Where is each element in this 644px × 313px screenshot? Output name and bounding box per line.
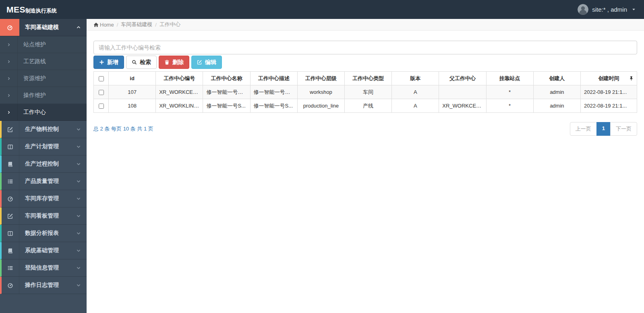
breadcrumb-workshop-modeling[interactable]: 车间基础建模 [121,21,152,28]
sidebar-item-data-reports[interactable]: 数据分析报表 [0,225,87,242]
sidebar-subitem-work-center[interactable]: 工作中心 [0,104,87,121]
column-header-creator: 创建人 [533,72,580,85]
sidebar-subitem-process-route[interactable]: 工艺路线 [0,53,87,70]
plus-icon [99,60,104,65]
search-button-label: 检索 [140,59,151,66]
column-header-parent: 父工作中心 [439,72,486,85]
sidebar-item-login-info-management[interactable]: 登陆信息管理 [0,259,87,277]
sidebar-subitem-label: 工艺路线 [18,58,46,65]
row-checkbox[interactable] [99,90,104,95]
search-input[interactable] [93,41,637,54]
work-center-table: id 工作中心编号 工作中心名称 工作中心描述 工作中心层级 工作中心类型 版本… [93,71,637,113]
sidebar-item-material-control[interactable]: 生产物料控制 [0,121,87,138]
sidebar-item-label: 操作日志管理 [19,282,76,289]
sidebar-item-process-control[interactable]: 生产过程控制 [0,155,87,173]
cell-creator: admin [533,99,580,113]
chevron-right-icon [0,53,18,70]
brand-suffix: 制造执行系统 [25,7,57,15]
cell-create-time: 2022-08-19 21:1... [581,99,637,113]
chevron-right-icon [0,87,18,104]
sidebar-item-label: 登陆信息管理 [19,264,76,272]
current-page-button[interactable]: 1 [596,122,611,136]
sidebar-item-label: 车间基础建模 [19,24,76,31]
cell-level: workshop [297,85,344,99]
chevron-down-icon [76,248,81,253]
column-header-version: 版本 [392,72,439,85]
cell-version: A [392,85,439,99]
cell-name: 修一智能一号S... [203,99,250,113]
cell-code: XR_WORKLINE... [156,99,203,113]
sidebar-item-plan-management[interactable]: 生产计划管理 [0,138,87,155]
breadcrumb-home[interactable]: Home [100,22,114,28]
book-icon [2,242,19,259]
breadcrumb-separator: / [155,22,157,28]
cell-description: 修一智能一号S... [250,99,297,113]
delete-button-label: 删除 [172,59,184,66]
edit-button[interactable]: 编辑 [191,56,222,69]
sidebar-item-label: 车间看板管理 [19,212,76,220]
row-checkbox[interactable] [99,104,104,109]
sidebar-subitem-site-maintenance[interactable]: 站点维护 [0,36,87,53]
add-button[interactable]: 新增 [93,56,124,69]
sidebar-item-label: 产品质量管理 [19,178,76,185]
book-icon [2,155,19,172]
search-button[interactable]: 检索 [126,56,157,69]
next-page-button[interactable]: 下一页 [610,122,637,136]
chevron-down-icon [76,283,81,288]
caret-down-icon [632,7,636,12]
prev-page-button[interactable]: 上一页 [570,122,597,136]
chevron-down-icon [76,162,81,166]
breadcrumb-separator: / [117,22,118,28]
column-header-description: 工作中心描述 [250,72,297,85]
pencil-square-icon [2,121,19,138]
app-logo[interactable]: MES 制造执行系统 [6,5,57,15]
cell-description: 修一智能一号车间 [250,85,297,99]
column-header-id: id [109,72,156,85]
delete-button[interactable]: 删除 [159,56,189,69]
sidebar-item-label: 数据分析报表 [19,230,76,237]
sidebar-item-label: 生产物料控制 [19,126,76,133]
gauge-icon [2,190,19,207]
pagination: 上一页 1 下一页 [570,122,637,136]
sidebar-item-inventory-management[interactable]: 车间库存管理 [0,190,87,207]
sidebar-subitem-label: 操作维护 [18,92,46,99]
chevron-right-icon [0,36,18,53]
list-icon [2,259,19,276]
chevron-down-icon [76,231,81,236]
trash-icon [164,60,170,65]
chevron-right-icon [0,70,18,87]
brand-mes: MES [6,5,25,15]
sidebar-item-kanban-management[interactable]: 车间看板管理 [0,207,87,225]
column-header-create-time-label: 创建时间 [598,75,619,81]
sidebar-item-label: 车间库存管理 [19,195,76,202]
user-avatar [578,4,588,15]
column-header-level: 工作中心层级 [297,72,344,85]
cell-parent [439,85,486,99]
sidebar-item-quality-management[interactable]: 产品质量管理 [0,173,87,190]
pin-icon[interactable] [629,76,634,81]
pencil-square-icon [2,207,19,224]
sidebar-item-operation-log-management[interactable]: 操作日志管理 [0,277,87,294]
breadcrumb-current: 工作中心 [159,21,180,28]
chevron-down-icon [76,179,81,184]
sidebar-item-workshop-modeling[interactable]: 车间基础建模 [0,19,87,36]
chevron-down-icon [76,127,81,132]
sidebar-item-system-management[interactable]: 系统基础管理 [0,242,87,259]
pagination-summary: 总 2 条 每页 10 条 共 1 页 [93,125,153,133]
topbar: MES 制造执行系统 site:* , admin [0,0,644,19]
sidebar-subitem-label: 工作中心 [18,109,46,116]
chevron-right-icon [0,104,18,120]
cell-code: XR_WORKCEN... [156,85,203,99]
gauge-icon [0,19,19,36]
user-menu[interactable]: site:* , admin [578,4,636,15]
cell-type: 车间 [344,85,391,99]
select-all-checkbox[interactable] [99,76,104,81]
sidebar-subitem-resource-maintenance[interactable]: 资源维护 [0,70,87,87]
cell-type: 产线 [344,99,391,113]
table-header-row: id 工作中心编号 工作中心名称 工作中心描述 工作中心层级 工作中心类型 版本… [94,72,637,85]
chevron-down-icon [76,265,81,270]
search-icon [132,60,137,65]
sidebar-subitem-operation-maintenance[interactable]: 操作维护 [0,87,87,104]
sidebar-subitem-label: 站点维护 [18,41,46,48]
add-button-label: 新增 [107,59,118,66]
